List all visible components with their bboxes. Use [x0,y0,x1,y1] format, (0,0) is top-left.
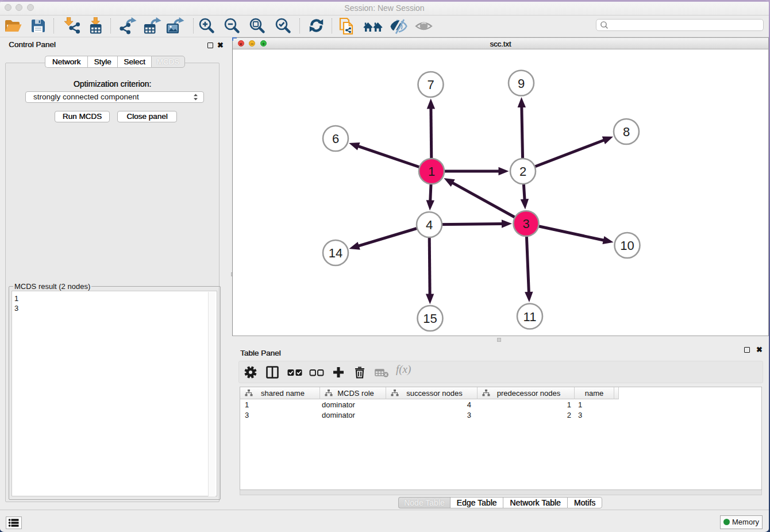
svg-text:6: 6 [332,132,339,146]
svg-text:7: 7 [427,78,434,92]
svg-text:14: 14 [329,246,342,260]
svg-text:10: 10 [620,238,634,253]
svg-text:3: 3 [522,217,529,231]
svg-text:8: 8 [623,125,630,139]
svg-text:1: 1 [428,164,435,179]
svg-text:15: 15 [423,311,437,326]
svg-text:11: 11 [523,310,537,324]
svg-text:4: 4 [426,218,433,232]
svg-text:9: 9 [518,76,525,91]
svg-text:2: 2 [519,164,526,179]
